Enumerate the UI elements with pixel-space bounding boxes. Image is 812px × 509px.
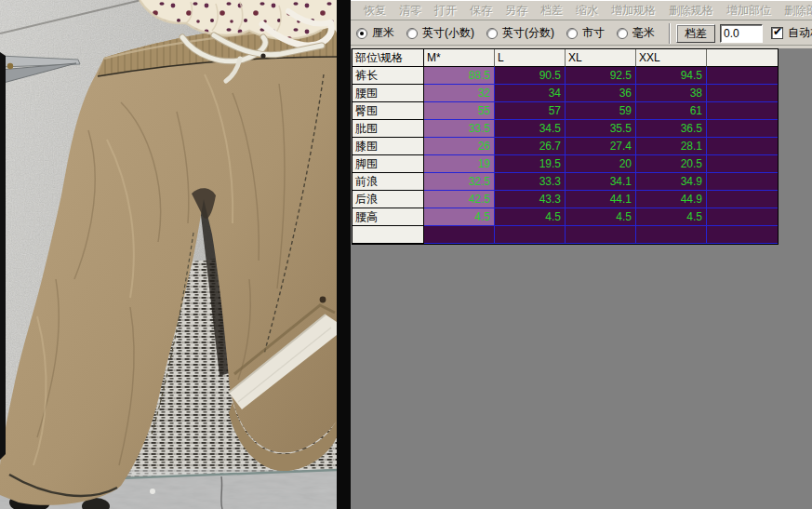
size-cell[interactable] — [707, 173, 778, 191]
size-cell[interactable]: 4.5 — [636, 208, 707, 226]
size-cell[interactable]: 92.5 — [566, 67, 636, 85]
toolbar-button-grading[interactable]: 档差 — [534, 1, 569, 20]
size-cell[interactable] — [495, 226, 566, 244]
table-row: 前浪 32.5 33.3 34.1 34.9 — [353, 173, 778, 191]
size-header-xl[interactable]: XL — [566, 49, 636, 67]
size-header-l[interactable]: L — [495, 49, 566, 67]
toolbar-button-add-part[interactable]: 增加部位 — [720, 1, 778, 20]
unit-radio-cm[interactable]: 厘米 — [356, 25, 394, 41]
size-cell[interactable]: 36 — [566, 85, 636, 102]
size-cell[interactable] — [566, 226, 636, 244]
toolbar-button-add-size[interactable]: 增加规格 — [605, 1, 662, 20]
row-label[interactable]: 后浪 — [353, 191, 424, 208]
unit-radio-inch-decimal[interactable]: 英寸(小数) — [406, 25, 474, 41]
toolbar-button-save-as[interactable]: 另存 — [499, 1, 534, 20]
size-cell[interactable]: 26.7 — [495, 138, 566, 155]
table-row: 腰围 32 34 36 38 — [353, 85, 778, 102]
size-cell[interactable]: 57 — [495, 102, 566, 120]
size-cell[interactable]: 28.1 — [636, 138, 707, 155]
size-cell[interactable]: 19 — [424, 155, 495, 173]
size-cell[interactable]: 43.3 — [495, 191, 566, 208]
size-cell[interactable]: 61 — [636, 102, 707, 120]
size-cell[interactable] — [707, 155, 778, 173]
size-cell[interactable]: 4.5 — [495, 208, 566, 226]
size-cell[interactable] — [707, 208, 778, 226]
size-cell[interactable]: 4.5 — [424, 208, 495, 226]
row-label[interactable]: 前浪 — [353, 173, 424, 191]
grade-diff-input[interactable] — [720, 24, 763, 43]
grade-diff-button[interactable]: 档差 — [676, 24, 715, 43]
toolbar-button-clear-zero[interactable]: 清零 — [393, 1, 428, 20]
radio-icon — [486, 28, 498, 39]
table-row: 臀围 55 57 59 61 — [353, 102, 778, 120]
size-cell[interactable]: 34.5 — [495, 120, 566, 138]
size-cell[interactable]: 34 — [495, 85, 566, 102]
unit-radio-shicun[interactable]: 市寸 — [566, 25, 605, 41]
size-cell[interactable]: 20.5 — [636, 155, 707, 173]
size-cell[interactable]: 19.5 — [495, 155, 566, 173]
top-bars: 恢复 清零 打开 保存 另存 档差 缩水 增加规格 删除规格 增加部位 删除部位… — [351, 0, 812, 48]
size-cell[interactable] — [636, 226, 707, 244]
size-cell[interactable]: 42.5 — [424, 191, 495, 208]
radio-icon — [566, 28, 578, 39]
toolbar-button-delete-size[interactable]: 删除规格 — [662, 1, 720, 20]
size-cell[interactable]: 38 — [636, 85, 707, 102]
size-header-m[interactable]: M* — [424, 49, 495, 67]
size-cell[interactable] — [707, 191, 778, 208]
table-row-empty — [353, 226, 778, 244]
size-cell[interactable]: 94.5 — [636, 67, 707, 85]
row-label[interactable]: 腰围 — [353, 85, 424, 102]
pants-photo-pane — [0, 0, 351, 509]
photo-edge-shadow — [0, 52, 6, 460]
size-cell[interactable]: 27.4 — [566, 138, 636, 155]
unit-radio-mm[interactable]: 毫米 — [617, 25, 655, 41]
size-cell[interactable]: 32.5 — [424, 173, 495, 191]
size-cell[interactable]: 88.5 — [424, 67, 495, 85]
radio-selected-icon — [356, 28, 367, 39]
size-cell[interactable]: 59 — [566, 102, 636, 120]
size-cell[interactable] — [707, 120, 778, 138]
app-window: 恢复 清零 打开 保存 另存 档差 缩水 增加规格 删除规格 增加部位 删除部位… — [0, 0, 812, 509]
size-cell[interactable]: 26 — [424, 138, 495, 155]
size-cell[interactable]: 36.5 — [636, 120, 707, 138]
toolbar-button-shrinkage[interactable]: 缩水 — [569, 1, 605, 20]
size-cell[interactable]: 44.9 — [636, 191, 707, 208]
size-cell[interactable]: 33.3 — [495, 173, 566, 191]
row-label[interactable] — [353, 226, 424, 244]
size-cell[interactable]: 34.1 — [566, 173, 636, 191]
size-cell[interactable] — [707, 102, 778, 120]
auto-grade-checkbox[interactable]: ✔ — [771, 27, 783, 39]
size-cell[interactable]: 55 — [424, 102, 495, 120]
size-cell[interactable] — [707, 67, 778, 85]
row-label[interactable]: 臀围 — [353, 102, 424, 120]
row-label[interactable]: 裤长 — [353, 67, 424, 85]
unit-radio-inch-fraction[interactable]: 英寸(分数) — [486, 25, 554, 41]
unit-radio-cm-label: 厘米 — [372, 25, 394, 41]
size-cell[interactable] — [424, 226, 495, 244]
size-cell[interactable]: 33.5 — [424, 120, 495, 138]
toolbar-button-restore[interactable]: 恢复 — [357, 1, 393, 20]
size-cell[interactable]: 20 — [566, 155, 636, 173]
unit-radio-mm-label: 毫米 — [632, 25, 655, 41]
size-cell[interactable]: 90.5 — [495, 67, 566, 85]
toolbar-button-delete-part[interactable]: 删除部位 — [778, 1, 812, 20]
unit-bar: 厘米 英寸(小数) 英寸(分数) 市寸 毫米 — [351, 21, 812, 46]
size-cell[interactable]: 44.1 — [566, 191, 636, 208]
size-cell[interactable] — [707, 138, 778, 155]
row-label[interactable]: 脚围 — [353, 155, 424, 173]
size-cell[interactable]: 32 — [424, 85, 495, 102]
row-label[interactable]: 肶围 — [353, 120, 424, 138]
toolbar-button-save[interactable]: 保存 — [463, 1, 499, 20]
table-header-row: 部位\规格 M* L XL XXL — [353, 49, 778, 67]
size-cell[interactable]: 34.9 — [636, 173, 707, 191]
size-cell[interactable]: 4.5 — [566, 208, 636, 226]
toolbar-button-open[interactable]: 打开 — [428, 1, 463, 20]
size-header-empty[interactable] — [707, 49, 778, 67]
row-label[interactable]: 膝围 — [353, 138, 424, 155]
size-cell[interactable] — [707, 85, 778, 102]
row-label[interactable]: 腰高 — [353, 208, 424, 226]
size-header-xxl[interactable]: XXL — [636, 49, 707, 67]
size-cell[interactable]: 35.5 — [566, 120, 636, 138]
corner-header-cell[interactable]: 部位\规格 — [353, 49, 424, 67]
size-cell[interactable] — [707, 226, 778, 244]
